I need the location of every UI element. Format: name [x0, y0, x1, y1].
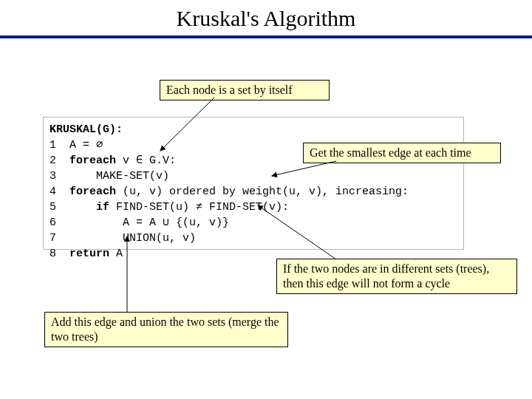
- title-divider: [0, 35, 532, 38]
- annotation-smallest-edge: Get the smallest edge at each time: [303, 143, 501, 163]
- code-l2-b: v: [116, 154, 136, 167]
- code-l4-a: 4: [50, 185, 69, 198]
- code-l2-a: 2: [50, 154, 69, 167]
- code-l6-sym: ∪: [163, 216, 169, 229]
- code-l6-b: {(u, v)}: [169, 216, 229, 229]
- annotation-different-sets: If the two nodes are in different sets (…: [276, 259, 517, 294]
- page-title: Kruskal's Algorithm: [0, 0, 532, 35]
- code-l2-sym: ∈: [136, 154, 143, 167]
- pseudocode-box: KRUSKAL(G): 1 A = ∅ 2 foreach v ∈ G.V: 3…: [43, 117, 464, 250]
- code-l5-sym: ≠: [196, 201, 202, 214]
- code-l4-kw: foreach: [69, 185, 116, 198]
- code-header: KRUSKAL(G):: [50, 123, 123, 136]
- code-l5-a: 5: [50, 201, 96, 214]
- code-l3: 3 MAKE-SET(v): [50, 170, 169, 183]
- code-l2-kw: foreach: [69, 154, 116, 167]
- code-l1-a: 1 A =: [50, 139, 96, 151]
- code-l4-b: (u, v) ordered by weight(u, v), increasi…: [116, 185, 409, 198]
- code-l1-sym: ∅: [96, 139, 103, 151]
- annotation-each-node: Each node is a set by itself: [160, 80, 330, 100]
- code-l8-a: 8: [50, 248, 69, 260]
- annotation-union: Add this edge and union the two sets (me…: [44, 312, 288, 347]
- code-l7: 7 UNION(u, v): [50, 232, 196, 245]
- code-l2-c: G.V:: [143, 154, 176, 167]
- code-l6-a: 6 A = A: [50, 216, 163, 229]
- code-l5-c: FIND-SET(v):: [202, 201, 289, 214]
- code-l8-b: A: [109, 248, 123, 260]
- code-l5-b: FIND-SET(u): [109, 201, 196, 214]
- code-l5-kw: if: [96, 201, 109, 214]
- code-l8-kw: return: [69, 248, 109, 260]
